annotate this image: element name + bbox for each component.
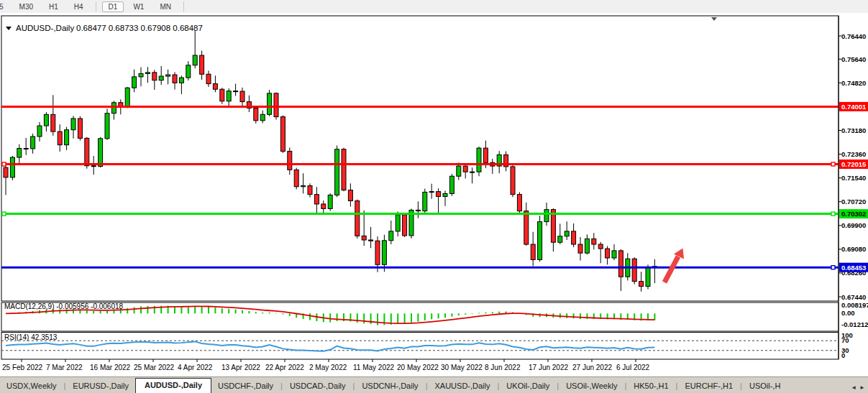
bear-candle [362,236,366,240]
bear-candle [618,251,623,277]
bear-candle [200,55,204,74]
date-label: 25 Mar 2022 [134,364,175,371]
price-tick-label: 0.75640 [841,55,866,63]
date-axis[interactable]: 25 Feb 20227 Mar 202216 Mar 202225 Mar 2… [2,359,650,371]
bear-candle [85,138,89,165]
symbol-tab-usdx-weekly[interactable]: USDX,Weekly [0,379,63,393]
date-label: 16 Mar 2022 [90,364,131,371]
rsi-axis-label: 0 [841,351,845,359]
timeframe-button-mn[interactable]: MN [153,1,178,12]
line-handle[interactable] [2,212,6,216]
bull-candle [538,222,542,260]
bull-candle [37,126,42,137]
price-tick-label: 0.67440 [841,293,866,301]
bull-candle [145,73,150,74]
price-tick-label: 0.73180 [841,126,866,134]
symbol-tab-audusd-daily[interactable]: AUDUSD-,Daily [135,378,211,393]
bear-candle [403,215,407,236]
date-label: 6 Jul 2022 [616,364,650,371]
bear-candle [51,114,55,131]
line-handle[interactable] [831,266,835,269]
bull-candle [105,114,109,139]
bull-candle [544,210,549,222]
bear-candle [240,91,245,102]
bull-candle [44,114,48,126]
bear-candle [632,259,636,281]
bear-candle [213,84,217,90]
symbol-tab-xauusd-daily[interactable]: XAUUSD-,Daily [428,379,496,393]
bull-candle [99,139,103,167]
macd-panel[interactable] [1,302,839,331]
timeframe-button-5[interactable]: 5 [0,1,10,12]
chart-area[interactable]: 0.764400.756400.748200.731800.723600.715… [0,13,868,376]
line-handle[interactable] [831,212,835,216]
bull-candle [612,251,616,258]
bull-candle [382,241,386,264]
bear-candle [206,74,211,83]
toolbar-separator [96,1,96,11]
price-tick-label: 0.72360 [841,150,866,158]
symbol-tab-usdcad-daily[interactable]: USDCAD-,Daily [283,379,352,393]
line-handle[interactable] [2,162,6,166]
price-tick-label: 0.74820 [841,79,866,87]
bear-candle [254,108,258,120]
bull-candle [301,186,306,187]
chart-title-symbol: AUDUSD-,Daily [16,24,74,32]
bull-candle [558,236,562,242]
symbol-tab-eurusd-daily[interactable]: EURUSD-,Daily [66,379,135,393]
bear-candle [91,166,96,167]
timeframe-button-h1[interactable]: H1 [42,1,65,12]
bull-candle [186,65,191,78]
chart-canvas[interactable]: 0.764400.756400.748200.731800.723600.715… [0,13,868,376]
main-price-panel[interactable] [1,16,839,301]
bear-candle [463,166,467,172]
bear-candle [531,244,535,259]
tab-scroll-left-icon[interactable]: ◄ [851,384,856,391]
symbol-tab-usoil-weekly[interactable]: USOil-,Weekly [559,379,623,393]
timeframe-toolbar: 5M30H1H4D1W1MN [0,0,868,14]
date-label: 7 Mar 2022 [46,364,83,371]
symbol-tab-eurchf-h1[interactable]: EURCHF-,H1 [678,379,739,393]
bear-candle [314,195,319,204]
date-label: 27 Jun 2022 [572,364,612,371]
timeframe-button-w1[interactable]: W1 [127,1,150,12]
price-badge-label: 0.68453 [841,264,866,272]
bear-candle [511,167,515,195]
symbol-tab-hk50-h1[interactable]: HK50-,H1 [627,379,675,393]
date-label: 25 Feb 2022 [2,364,43,371]
bull-candle [389,231,393,241]
bull-candle [423,192,427,211]
bull-candle [477,148,481,172]
tab-scroll-right-icon[interactable]: ► [859,384,865,391]
bear-candle [483,148,488,162]
bull-candle [585,239,589,253]
line-handle[interactable] [831,162,835,166]
symbol-tab-usdcnh-daily[interactable]: USDCNH-,Daily [355,379,424,393]
bear-candle [572,231,576,244]
bear-candle [517,195,521,211]
bear-candle [375,241,380,264]
price-badge-label: 0.72015 [841,160,867,168]
date-label: 30 May 2022 [441,364,483,371]
bull-candle [646,267,650,286]
bull-candle [429,192,434,193]
timeframe-button-h4[interactable]: H4 [68,1,90,12]
bull-candle [166,75,170,76]
bull-candle [565,231,569,236]
macd-axis-label: 0.00 [841,309,855,317]
date-label: 20 May 2022 [397,364,439,371]
bull-candle [193,55,197,65]
bull-candle [179,78,183,83]
symbol-tab-usoil-h[interactable]: USOil-,H [743,379,787,393]
symbol-tab-ukoil-daily[interactable]: UKOil-,Daily [500,379,556,393]
timeframe-button-d1[interactable]: D1 [102,1,124,12]
bear-candle [294,170,298,186]
timeframe-button-m30[interactable]: M30 [13,1,40,12]
bull-candle [268,93,272,114]
symbol-tab-usdchf-daily[interactable]: USDCHF-,Daily [211,379,280,393]
bear-candle [598,244,603,249]
price-tick-label: 0.76440 [841,32,866,40]
bull-candle [125,88,129,106]
bear-candle [4,167,8,177]
toolbar-separator [183,1,184,11]
